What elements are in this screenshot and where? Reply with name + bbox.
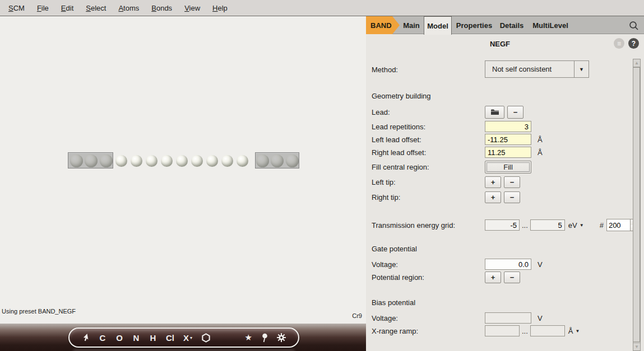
atom[interactable] [115, 155, 127, 167]
scrollbar-thumb[interactable] [633, 67, 640, 342]
method-value: Not self consistent [485, 65, 574, 73]
lead-repetitions-input[interactable] [485, 121, 531, 132]
bias-voltage-label: Voltage: [372, 314, 485, 322]
right-tip-label: Right tip: [372, 193, 485, 202]
atom[interactable] [191, 155, 203, 167]
star-icon[interactable]: ★ [245, 333, 252, 343]
element-cl-button[interactable]: Cl [166, 333, 174, 343]
panel-menu-icon[interactable]: ≡ [614, 38, 624, 49]
potential-region-label: Potential region: [372, 273, 485, 282]
transmission-min-input[interactable] [485, 219, 520, 231]
range-separator: ... [522, 327, 528, 335]
element-c-button[interactable]: C [99, 333, 106, 343]
potential-region-remove-button[interactable]: − [504, 272, 520, 283]
menu-bonds[interactable]: Bonds [145, 4, 178, 12]
lead-region-left[interactable] [68, 152, 113, 169]
xrange-min-input[interactable] [485, 325, 520, 336]
lead-remove-button[interactable]: − [507, 106, 523, 119]
tab-band-app[interactable]: BAND [366, 16, 400, 34]
method-label: Method: [372, 65, 485, 74]
atom[interactable] [237, 155, 248, 167]
preset-status-text: Using preset BAND_NEGF [2, 308, 76, 315]
toolbar-reflection [73, 349, 295, 351]
formula-label: Cr9 [352, 312, 362, 319]
atom[interactable] [161, 155, 173, 167]
vertical-scrollbar[interactable]: ▲ ▼ [633, 59, 641, 351]
page-title: NEGF [366, 40, 634, 48]
lead-region-right[interactable] [255, 152, 299, 169]
fill-button[interactable]: Fill [485, 161, 531, 174]
atom[interactable] [131, 155, 142, 167]
element-x-button[interactable]: X▾ [183, 333, 192, 343]
search-icon[interactable] [628, 20, 640, 31]
pin-icon[interactable] [261, 333, 268, 343]
tab-model-selected[interactable]: Model [424, 16, 452, 35]
menu-edit[interactable]: Edit [55, 4, 80, 12]
element-h-button[interactable]: H [149, 333, 157, 343]
chevron-down-icon: ▼ [574, 67, 589, 72]
angstrom-unit: Å [538, 148, 543, 157]
menu-view[interactable]: View [178, 4, 206, 12]
menu-help[interactable]: Help [206, 4, 234, 12]
volt-unit: V [538, 314, 543, 322]
tab-details[interactable]: Details [497, 16, 527, 34]
method-dropdown[interactable]: Not self consistent ▼ [485, 60, 589, 78]
scroll-down-icon[interactable]: ▼ [633, 343, 640, 350]
element-toolbar: C O N H Cl X▾ ★ [68, 327, 299, 348]
menu-bar: SCMFileEditSelectAtomsBondsViewHelp [0, 0, 644, 16]
menu-atoms[interactable]: Atoms [112, 4, 145, 12]
molecule-viewport[interactable]: Using preset BAND_NEGF Cr9 [0, 16, 366, 324]
lead-repetitions-label: Lead repetitions: [372, 123, 485, 131]
left-lead-offset-input[interactable] [485, 134, 531, 145]
tab-bar: BAND Main Model Properties Details Multi… [366, 16, 644, 34]
settings-panel: BAND Main Model Properties Details Multi… [366, 16, 644, 351]
right-tip-remove-button[interactable]: − [504, 191, 520, 203]
tab-properties[interactable]: Properties [453, 16, 495, 34]
lead-folder-button[interactable] [485, 106, 504, 119]
cursor-tool-icon[interactable] [82, 333, 90, 342]
gear-icon[interactable] [277, 333, 286, 342]
energy-unit-dropdown[interactable]: eV▼ [568, 221, 584, 230]
gate-voltage-input[interactable] [485, 259, 531, 270]
ring-tool-icon[interactable] [201, 333, 211, 343]
menu-scm[interactable]: SCM [2, 4, 31, 12]
transmission-max-input[interactable] [530, 219, 565, 231]
fill-central-region-label: Fill central region: [372, 163, 485, 171]
element-n-button[interactable]: N [132, 333, 140, 343]
atom[interactable] [146, 155, 157, 167]
toolbar-band: C O N H Cl X▾ ★ [0, 324, 366, 351]
bias-voltage-input[interactable] [485, 312, 531, 324]
element-x-dropdown-icon: ▾ [190, 335, 192, 343]
menu-select[interactable]: Select [80, 4, 112, 12]
help-icon[interactable]: ? [628, 38, 639, 49]
lead-label: Lead: [372, 108, 485, 116]
menu-file[interactable]: File [31, 4, 55, 12]
right-lead-offset-label: Right lead offset: [372, 148, 485, 157]
atom[interactable] [176, 155, 188, 167]
gate-voltage-label: Voltage: [372, 260, 485, 269]
tab-main[interactable]: Main [399, 16, 424, 34]
volt-unit: V [538, 260, 543, 269]
left-tip-add-button[interactable]: + [485, 176, 501, 188]
right-lead-offset-input[interactable] [485, 147, 531, 158]
transmission-points-input[interactable] [607, 219, 630, 231]
right-tip-add-button[interactable]: + [485, 191, 501, 203]
transmission-grid-label: Transmission energy grid: [372, 221, 485, 230]
left-tip-label: Left tip: [372, 178, 485, 186]
scroll-up-icon[interactable]: ▲ [633, 59, 640, 67]
xrange-ramp-label: X-range ramp: [372, 327, 485, 335]
chevron-down-icon: ▼ [576, 329, 580, 334]
atom[interactable] [206, 155, 218, 167]
count-hash-label: # [600, 221, 604, 230]
geometry-section-header: Geometry building [372, 92, 431, 100]
potential-region-add-button[interactable]: + [485, 272, 501, 283]
range-separator: ... [522, 221, 528, 230]
element-o-button[interactable]: O [115, 333, 123, 343]
length-unit-dropdown[interactable]: Å▼ [568, 327, 580, 335]
application-window: SCMFileEditSelectAtomsBondsViewHelp Usin… [0, 0, 644, 351]
left-tip-remove-button[interactable]: − [504, 176, 520, 188]
left-lead-offset-label: Left lead offset: [372, 135, 485, 144]
atom[interactable] [221, 155, 233, 167]
xrange-max-input[interactable] [530, 325, 565, 336]
tab-multilevel[interactable]: MultiLevel [529, 16, 572, 34]
